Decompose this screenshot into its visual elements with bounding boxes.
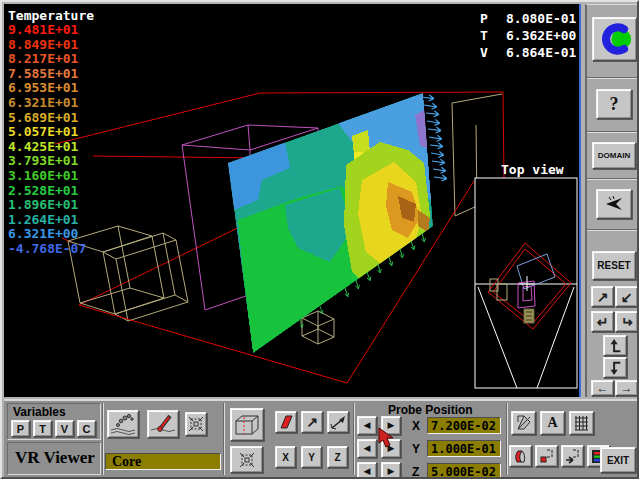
readout-row: P 8.080E-01 <box>480 10 576 27</box>
legend-entry: 1.264E+01 <box>8 213 94 228</box>
bent-arrow-down-icon <box>607 360 623 376</box>
vector-plot-button[interactable] <box>327 411 349 433</box>
legend-entry: 6.321E+01 <box>8 96 94 111</box>
legend-entry: 2.528E+01 <box>8 184 94 199</box>
ribbon-icon <box>513 449 528 464</box>
probe-position-title: Probe Position <box>388 403 473 417</box>
probe-readout: P 8.080E-01 T 6.362E+00 V 6.864E-01 <box>480 10 576 61</box>
roll-down-button[interactable] <box>603 357 627 378</box>
legend-entry: 3.793E+01 <box>8 154 94 169</box>
app-name: VR Viewer <box>15 448 95 468</box>
thermometer-icon <box>150 413 176 435</box>
eye-icon <box>604 196 624 212</box>
particle-track-icon <box>110 413 136 435</box>
red-slice-icon <box>279 415 294 430</box>
variable-button-t[interactable]: T <box>33 420 52 437</box>
arrow-ne-icon: ↗ <box>597 290 609 304</box>
legend-entry: 6.953E+01 <box>8 81 94 96</box>
legend-entry: 4.425E+01 <box>8 140 94 155</box>
view-direction-button[interactable] <box>596 189 632 219</box>
probe-x-label: X <box>412 419 420 433</box>
triangle-right-icon: ▶ <box>388 467 395 476</box>
divider <box>587 131 639 133</box>
probe-x-decrease-button[interactable]: ◀ <box>357 416 377 435</box>
normal-arrow-button[interactable]: ↗ <box>301 411 323 433</box>
probe-z-decrease-button[interactable]: ◀ <box>357 462 377 479</box>
zoom-box-button[interactable] <box>535 445 558 467</box>
yaw-left-button[interactable]: ↵ <box>591 311 614 332</box>
particle-track-button[interactable] <box>107 410 139 438</box>
right-toolbar: ? DOMAIN RESET ↗ ↙ ↵ ↵ <box>585 4 639 397</box>
sheet-icon <box>515 414 533 432</box>
probe-z-value[interactable]: 5.000E-02 <box>427 463 501 479</box>
slice-plane-button[interactable] <box>230 408 264 441</box>
reset-button[interactable]: RESET <box>592 251 636 280</box>
axis-button-y[interactable]: Y <box>301 446 322 468</box>
dart-arrow-icon <box>330 415 346 430</box>
legend-entry: -4.768E-07 <box>8 242 94 257</box>
help-button[interactable]: ? <box>596 89 632 119</box>
arrow-left-icon: ← <box>597 382 609 394</box>
roll-up-button[interactable] <box>603 335 627 356</box>
pan-right-button[interactable]: → <box>615 380 638 396</box>
divider <box>587 77 639 79</box>
exit-button[interactable]: EXIT <box>600 447 636 473</box>
variable-button-p[interactable]: P <box>11 420 30 437</box>
logo-button[interactable] <box>592 17 637 61</box>
fit-view-button-2[interactable] <box>230 446 263 473</box>
divider <box>587 178 639 180</box>
legend-entry: 7.585E+01 <box>8 67 94 82</box>
grid-toggle-button[interactable] <box>569 411 594 435</box>
triangle-left-icon: ◀ <box>364 467 371 476</box>
app-name-box: VR Viewer <box>7 442 101 475</box>
fit-box-icon <box>239 452 255 468</box>
fit-box-icon <box>188 416 204 432</box>
legend-entry: 9.481E+01 <box>8 23 94 38</box>
probe-y-value[interactable]: 1.000E-01 <box>427 440 501 457</box>
axis-button-z[interactable]: Z <box>327 446 348 468</box>
legend-entry: 8.217E+01 <box>8 52 94 67</box>
domain-button[interactable]: DOMAIN <box>592 142 636 169</box>
pan-left-button[interactable]: ← <box>591 380 614 396</box>
axis-button-x[interactable]: X <box>275 446 296 468</box>
divider <box>102 403 104 475</box>
legend-entry: 5.689E+01 <box>8 111 94 126</box>
annotate-text-button[interactable]: A <box>540 411 565 435</box>
rotate-down-button[interactable]: ↙ <box>615 286 638 307</box>
bent-arrow-up-icon <box>607 338 623 354</box>
top-view-inset <box>475 178 577 388</box>
legend-title: Temperature <box>8 8 94 23</box>
arrow-ne-icon: ↗ <box>306 415 318 429</box>
probe-z-increase-button[interactable]: ▶ <box>381 462 401 479</box>
mouse-cursor <box>378 427 398 449</box>
divider <box>506 403 508 475</box>
readout-row: T 6.362E+00 <box>480 27 576 44</box>
temperature-slice[interactable] <box>226 93 433 353</box>
pan-arrow-icon <box>565 449 580 464</box>
arrow-sw-icon: ↙ <box>621 290 633 304</box>
yaw-right-button[interactable]: ↵ <box>615 311 638 332</box>
isosurface-button[interactable] <box>509 445 532 467</box>
probe-thermometer-button[interactable] <box>147 410 179 438</box>
show-slice-button[interactable] <box>275 411 297 433</box>
viewport-3d[interactable]: Temperature 9.481E+01 8.849E+01 8.217E+0… <box>4 4 581 397</box>
triangle-left-icon: ◀ <box>364 421 371 430</box>
vr-viewer-window: Temperature 9.481E+01 8.849E+01 8.217E+0… <box>0 0 639 479</box>
probe-x-value[interactable]: 7.200E-02 <box>427 417 501 434</box>
probe-y-decrease-button[interactable]: ◀ <box>357 439 377 458</box>
region-selector[interactable]: Core <box>105 453 221 470</box>
legend-entry: 1.896E+01 <box>8 198 94 213</box>
zoom-box-icon <box>539 449 554 464</box>
variable-button-v[interactable]: V <box>55 420 74 437</box>
pan-view-button[interactable] <box>561 445 584 467</box>
fit-view-button[interactable] <box>185 412 207 436</box>
variable-button-c[interactable]: C <box>77 420 96 437</box>
probe-z-label: Z <box>412 465 419 479</box>
rotate-up-button[interactable]: ↗ <box>591 286 614 307</box>
divider <box>223 403 225 475</box>
arrow-right-icon: → <box>621 382 633 394</box>
variables-title: Variables <box>13 405 66 419</box>
temperature-legend: Temperature 9.481E+01 8.849E+01 8.217E+0… <box>8 8 94 257</box>
snapshot-button[interactable] <box>511 411 536 435</box>
probe-y-label: Y <box>412 442 420 456</box>
